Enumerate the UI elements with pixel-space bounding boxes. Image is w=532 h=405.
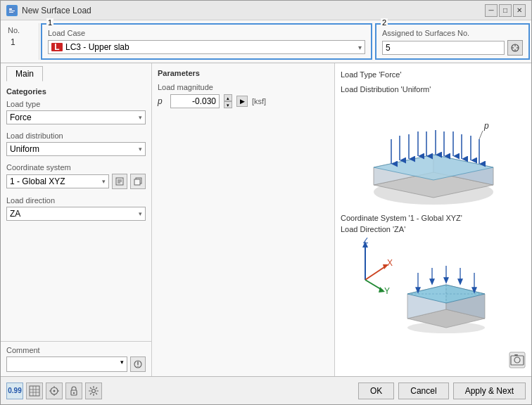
- load-magnitude-label: Load magnitude: [158, 83, 329, 91]
- info-line1: Load Type 'Force': [341, 69, 526, 81]
- settings-icon: [88, 385, 99, 397]
- section1-num: 1: [46, 18, 53, 27]
- minimize-button[interactable]: ─: [485, 4, 498, 17]
- settings-button[interactable]: [85, 382, 102, 399]
- load-type-group: Load type Force ▾: [6, 100, 146, 124]
- ok-button[interactable]: OK: [358, 382, 394, 399]
- load-distribution-dropdown[interactable]: Uniform ▾: [6, 142, 146, 156]
- info-line2: Load Distribution 'Uniform': [341, 84, 526, 96]
- copy-icon: [134, 177, 142, 186]
- load-type-label: Load type: [6, 100, 146, 108]
- svg-text:X: X: [387, 258, 393, 268]
- load-distribution-group: Load distribution Uniform ▾: [6, 131, 146, 156]
- maximize-button[interactable]: □: [499, 4, 512, 17]
- chevron-down-icon: ▾: [358, 44, 362, 51]
- comment-dropdown[interactable]: ▾: [6, 356, 127, 372]
- xyz-axes-diagram: Z X Y: [341, 238, 393, 308]
- snap-icon: [49, 385, 60, 397]
- svg-rect-1: [9, 8, 12, 10]
- coord-info1: Coordinate System '1 - Global XYZ': [341, 214, 526, 222]
- svg-marker-57: [444, 278, 448, 283]
- grid-icon: [29, 385, 40, 397]
- tab-bar: Main: [1, 63, 151, 82]
- load-case-dropdown[interactable]: L LC3 - Upper slab ▾: [48, 40, 365, 54]
- svg-marker-59: [458, 279, 462, 284]
- coordinate-system-label: Coordinate system: [6, 163, 146, 172]
- coordinate-system-group: Coordinate system 1 - Global XYZ ▾: [6, 163, 146, 189]
- comment-row: ▾: [6, 356, 146, 372]
- load-direction-group: Load direction ZA ▾: [6, 196, 146, 221]
- title-bar-left: New Surface Load: [6, 5, 91, 16]
- param-p-input[interactable]: [170, 94, 220, 108]
- load-distribution-label: Load distribution: [6, 131, 146, 140]
- camera-icon: [509, 352, 526, 368]
- load-case-label: Load Case: [48, 29, 365, 37]
- svg-point-72: [53, 390, 56, 392]
- coord-edit-button[interactable]: [112, 174, 127, 189]
- coord-info2: Load Direction 'ZA': [341, 225, 526, 233]
- tab-main[interactable]: Main: [6, 66, 43, 82]
- svg-point-78: [73, 392, 75, 393]
- param-spinners: ▴ ▾: [224, 94, 232, 108]
- param-p-unit: [ksf]: [252, 97, 266, 105]
- svg-rect-2: [9, 11, 15, 11]
- top-diagram-area: p: [341, 101, 526, 210]
- load-type-arrow-icon: ▾: [139, 114, 142, 121]
- load-distribution-value: Uniform: [10, 144, 139, 154]
- bottom-bar: 0.99: [1, 376, 531, 404]
- svg-text:p: p: [483, 121, 489, 131]
- param-up-spinner[interactable]: ▴: [224, 94, 232, 101]
- svg-point-17: [137, 366, 139, 367]
- svg-rect-66: [30, 386, 39, 396]
- main-window: New Surface Load ─ □ ✕ No. 1 1 Load Case…: [0, 0, 532, 405]
- main-content: Main Categories Load type Force ▾ Load d…: [1, 63, 531, 376]
- left-panel: Main Categories Load type Force ▾ Load d…: [1, 63, 152, 376]
- assigned-label: Assigned to Surfaces No.: [382, 29, 523, 37]
- coordinate-system-dropdown[interactable]: 1 - Global XYZ ▾: [6, 174, 109, 188]
- load-distribution-arrow-icon: ▾: [139, 146, 142, 153]
- param-p-letter: p: [158, 96, 166, 106]
- assigned-row: [382, 40, 523, 56]
- no-section: No. 1: [1, 23, 39, 60]
- apply-next-button[interactable]: Apply & Next: [453, 382, 526, 399]
- no-label: No.: [8, 26, 32, 34]
- coordinate-system-value: 1 - Global XYZ: [10, 176, 102, 186]
- svg-marker-55: [430, 279, 434, 284]
- cancel-button[interactable]: Cancel: [398, 382, 448, 399]
- percent-button[interactable]: 0.99: [6, 382, 23, 399]
- svg-point-79: [92, 389, 96, 392]
- param-down-spinner[interactable]: ▾: [224, 101, 232, 108]
- play-button[interactable]: ▶: [236, 96, 248, 107]
- load-direction-label: Load direction: [6, 196, 146, 205]
- toolbar-right: OK Cancel Apply & Next: [358, 382, 526, 399]
- lock-button[interactable]: [65, 382, 82, 399]
- title-controls: ─ □ ✕: [485, 4, 526, 17]
- camera-button[interactable]: [509, 352, 526, 371]
- categories-area: Categories Load type Force ▾ Load distri…: [1, 82, 151, 341]
- load-direction-dropdown[interactable]: ZA ▾: [6, 207, 146, 221]
- load-case-value: LC3 - Upper slab: [65, 42, 355, 52]
- comment-icon: [133, 359, 143, 369]
- close-button[interactable]: ✕: [513, 4, 526, 17]
- snap-button[interactable]: [46, 382, 63, 399]
- edit-icon: [115, 177, 124, 186]
- load-direction-value: ZA: [10, 209, 139, 219]
- grid-button[interactable]: [26, 382, 43, 399]
- svg-rect-3: [9, 12, 13, 13]
- toolbar-left: 0.99: [6, 382, 102, 399]
- load-direction-arrow-icon: ▾: [139, 210, 142, 217]
- svg-line-39: [365, 266, 386, 280]
- coord-row: 1 - Global XYZ ▾: [6, 174, 146, 189]
- bottom-diagram-area: Z X Y: [341, 238, 526, 336]
- right-panel: Load Type 'Force' Load Distribution 'Uni…: [335, 63, 531, 376]
- param-p-row: p ▴ ▾ ▶ [ksf]: [158, 94, 329, 108]
- assigned-action-button[interactable]: [507, 40, 523, 56]
- load-type-dropdown[interactable]: Force ▾: [6, 110, 146, 124]
- assigned-input[interactable]: [382, 41, 505, 55]
- coord-info-area: Coordinate System '1 - Global XYZ' Load …: [341, 214, 526, 236]
- load-case-icon: L: [51, 43, 63, 51]
- svg-text:Y: Y: [384, 286, 390, 296]
- coord-copy-button[interactable]: [130, 174, 146, 189]
- comment-action-button[interactable]: [130, 356, 146, 372]
- no-value: 1: [8, 36, 32, 49]
